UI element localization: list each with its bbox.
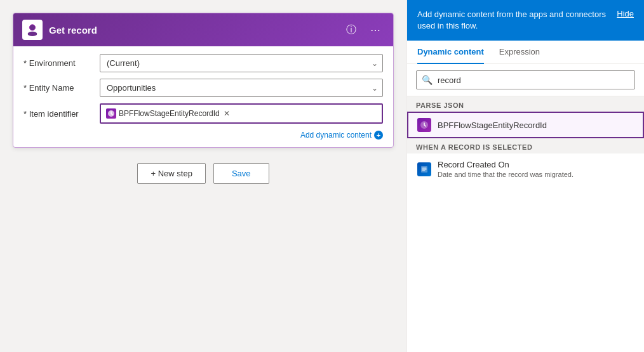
add-dynamic-link: Add dynamic content + (23, 130, 383, 140)
add-dynamic-content-link[interactable]: Add dynamic content + (300, 131, 383, 140)
left-panel: Get record ⓘ ⋯ * Environment (Current) ⌄… (0, 0, 406, 352)
entity-name-select[interactable]: Opportunities (100, 79, 383, 97)
entity-name-field-row: * Entity Name Opportunities ⌄ (23, 79, 383, 97)
search-input-wrapper: 🔍 (416, 70, 635, 89)
more-options-button[interactable]: ⋯ (366, 23, 384, 37)
right-panel-title: Add dynamic content from the apps and co… (417, 9, 609, 32)
search-box: 🔍 (407, 64, 644, 96)
item-identifier-control: BPFFlowStageEntityRecordId ✕ (100, 103, 383, 124)
bpf-item-title: BPFFlowStageEntityRecordId (438, 121, 634, 130)
section-parse-json: Parse JSON (407, 96, 644, 112)
result-item-record-created[interactable]: Record Created On Date and time that the… (407, 153, 644, 185)
get-record-card: Get record ⓘ ⋯ * Environment (Current) ⌄… (13, 13, 394, 148)
new-step-button[interactable]: + New step (137, 163, 205, 184)
environment-field-row: * Environment (Current) ⌄ (23, 54, 383, 72)
bottom-actions: + New step Save (137, 163, 269, 184)
add-dynamic-content-text: Add dynamic content (300, 131, 372, 140)
card-title: Get record (49, 25, 336, 36)
right-panel: Add dynamic content from the apps and co… (406, 0, 644, 352)
card-header: Get record ⓘ ⋯ (13, 13, 393, 46)
tab-dynamic-content[interactable]: Dynamic content (417, 41, 484, 64)
bpf-item-content: BPFFlowStageEntityRecordId (438, 121, 634, 130)
add-dynamic-plus-icon: + (374, 131, 383, 140)
search-input[interactable] (438, 75, 629, 85)
section-when-record: When a record is selected (407, 138, 644, 153)
tab-expression[interactable]: Expression (499, 41, 540, 64)
entity-name-label: * Entity Name (23, 83, 100, 93)
tabs: Dynamic content Expression (407, 41, 644, 64)
info-button[interactable]: ⓘ (342, 22, 360, 38)
environment-label: * Environment (23, 58, 100, 68)
token-remove-button[interactable]: ✕ (222, 110, 231, 117)
right-panel-body: Parse JSON BPFFlowStageEntityRecordId Wh… (407, 96, 644, 352)
record-created-desc: Date and time that the record was migrat… (438, 171, 634, 178)
environment-select[interactable]: (Current) (100, 54, 383, 72)
card-body: * Environment (Current) ⌄ * Entity Name … (13, 46, 393, 147)
token-text: BPFFlowStageEntityRecordId (119, 109, 220, 118)
item-identifier-field-row: * Item identifier BPFFlowStageEntityReco… (23, 103, 383, 124)
hide-button[interactable]: Hide (617, 9, 634, 18)
entity-name-control: Opportunities ⌄ (100, 79, 383, 97)
result-item-bpf[interactable]: BPFFlowStageEntityRecordId (407, 112, 644, 138)
record-created-content: Record Created On Date and time that the… (438, 160, 634, 178)
item-identifier-token-area[interactable]: BPFFlowStageEntityRecordId ✕ (100, 103, 383, 124)
item-identifier-label: * Item identifier (23, 109, 100, 119)
save-button[interactable]: Save (213, 163, 269, 184)
card-header-actions: ⓘ ⋯ (342, 22, 384, 38)
environment-control: (Current) ⌄ (100, 54, 383, 72)
right-panel-header: Add dynamic content from the apps and co… (407, 0, 644, 41)
svg-point-1 (28, 32, 37, 36)
record-created-title: Record Created On (438, 160, 634, 169)
token: BPFFlowStageEntityRecordId ✕ (106, 108, 231, 119)
token-icon (106, 108, 116, 119)
bpf-item-icon (417, 118, 431, 132)
search-icon: 🔍 (422, 75, 433, 85)
record-created-icon (417, 162, 431, 176)
card-icon (22, 20, 43, 40)
